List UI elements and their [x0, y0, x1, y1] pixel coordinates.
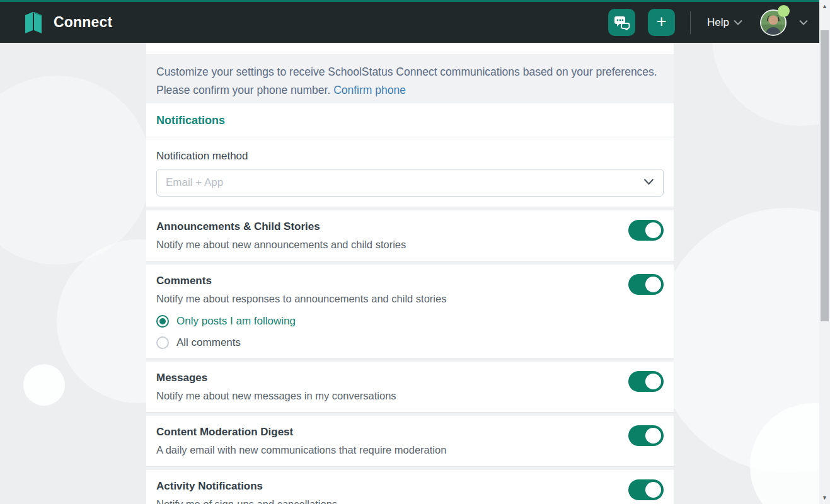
setting-row-announcements: Announcements & Child Stories Notify me … [146, 210, 674, 261]
background-circle [750, 403, 830, 504]
scroll-down-arrow-icon[interactable]: ▼ [819, 493, 830, 503]
select-value: Email + App [166, 176, 223, 189]
setting-row-messages: Messages Notify me about new messages in… [146, 362, 674, 412]
status-dot [778, 5, 790, 17]
radio-only-posts-following[interactable]: Only posts I am following [156, 315, 616, 328]
background-circle [0, 76, 151, 265]
row-subtitle: Notify me about new announcements and ch… [156, 237, 616, 252]
background-circle [655, 208, 830, 472]
row-title: Comments [156, 273, 616, 289]
chevron-down-icon [643, 178, 654, 185]
row-title: Activity Notifications [156, 479, 616, 494]
scroll-up-arrow-icon[interactable]: ▲ [819, 1, 830, 11]
banner-text: Customize your settings to receive Schoo… [156, 66, 657, 96]
scrollbar-thumb[interactable] [821, 30, 829, 321]
user-avatar-menu[interactable] [760, 9, 787, 36]
top-navbar: Connect + Help [0, 0, 819, 43]
row-subtitle: Notify me about new messages in my conve… [156, 388, 616, 403]
chat-bubbles-icon [614, 15, 630, 30]
toggle-knob [645, 222, 661, 238]
notification-method-select[interactable]: Email + App [156, 169, 664, 197]
brand-title: Connect [54, 14, 112, 31]
row-title: Content Moderation Digest [156, 425, 616, 440]
announcements-toggle[interactable] [628, 220, 664, 241]
background-circle [23, 364, 65, 406]
row-subtitle: A daily email with new communications th… [156, 442, 616, 457]
vertical-scrollbar[interactable]: ▲ ▼ [819, 0, 830, 504]
row-subtitle: Notify me about responses to announcemen… [156, 291, 616, 306]
radio-all-comments[interactable]: All comments [156, 336, 616, 349]
comments-toggle[interactable] [628, 274, 664, 295]
connect-book-logo-icon [23, 11, 44, 34]
create-new-button[interactable]: + [648, 9, 675, 36]
setting-row-activity: Activity Notifications Notify me of sign… [146, 470, 674, 504]
confirm-phone-banner: Customize your settings to receive Schoo… [146, 54, 674, 103]
plus-icon: + [657, 13, 667, 30]
row-title: Announcements & Child Stories [156, 219, 616, 234]
comments-radio-group: Only posts I am following All comments [156, 315, 616, 349]
chevron-down-icon [734, 20, 742, 25]
setting-row-content-moderation: Content Moderation Digest A daily email … [146, 416, 674, 466]
toggle-knob [645, 482, 661, 498]
help-menu[interactable]: Help [707, 16, 742, 29]
row-title: Messages [156, 370, 616, 386]
notification-method-section: Notification method Email + App [146, 137, 674, 207]
toggle-knob [645, 277, 661, 292]
navbar-divider [690, 11, 691, 34]
toggle-knob [645, 428, 661, 444]
settings-panel: Customize your settings to receive Schoo… [146, 43, 674, 504]
chevron-down-icon [799, 20, 808, 25]
content-moderation-toggle[interactable] [628, 425, 664, 446]
radio-selected-icon [156, 315, 169, 328]
row-subtitle: Notify me of sign-ups and cancellations [156, 496, 616, 504]
radio-unselected-icon [156, 336, 169, 349]
messages-toggle[interactable] [628, 371, 664, 392]
card-top-strip [146, 43, 674, 54]
notifications-heading: Notifications [146, 103, 674, 137]
confirm-phone-link[interactable]: Confirm phone [333, 84, 406, 96]
radio-label: Only posts I am following [176, 315, 296, 328]
notification-method-label: Notification method [156, 150, 664, 163]
radio-label: All comments [176, 336, 241, 349]
conversations-button[interactable] [608, 9, 635, 36]
toggle-knob [645, 374, 661, 389]
setting-row-comments: Comments Notify me about responses to an… [146, 265, 674, 358]
activity-toggle[interactable] [628, 479, 664, 500]
brand[interactable]: Connect [23, 11, 112, 34]
help-label: Help [707, 16, 729, 29]
